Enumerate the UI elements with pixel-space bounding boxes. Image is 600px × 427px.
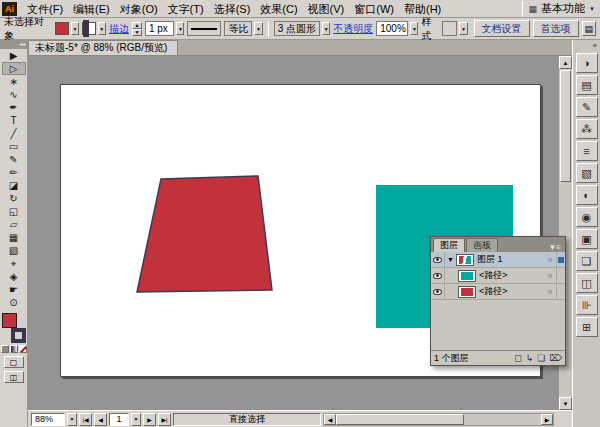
zoom-dropdown[interactable]: ▼ <box>67 413 77 426</box>
menu-object[interactable]: 对象(O) <box>115 1 163 17</box>
scroll-right-icon[interactable]: ▶ <box>541 414 553 425</box>
fill-color-dropdown[interactable]: ▼ <box>71 22 79 35</box>
align-panel-icon[interactable]: ⊪ <box>576 295 598 315</box>
stroke-color-swatch[interactable] <box>82 22 96 35</box>
menu-select[interactable]: 选择(S) <box>209 1 256 17</box>
layer-visibility-toggle[interactable] <box>431 268 445 283</box>
tab-layers[interactable]: 图层 <box>433 238 465 252</box>
stroke-panel-link[interactable]: 描边 <box>109 22 129 36</box>
pen-tool-icon[interactable]: ✒ <box>2 101 26 114</box>
zoom-tool-icon[interactable]: ⊙ <box>2 296 26 309</box>
preferences-button[interactable]: 首选项 <box>533 20 579 37</box>
stepper-down-icon[interactable]: ▼ <box>132 29 142 36</box>
control-panel-menu-icon[interactable]: ▤ <box>582 21 596 36</box>
layer-row[interactable]: <路径>○ <box>431 268 565 284</box>
brushes-panel-icon[interactable]: ✎ <box>576 97 598 117</box>
artboard-number-field[interactable]: 1 <box>109 413 129 426</box>
graphic-styles-panel-icon[interactable]: ▣ <box>576 229 598 249</box>
menu-edit[interactable]: 编辑(E) <box>68 1 115 17</box>
line-segment-tool-icon[interactable]: ╱ <box>2 127 26 140</box>
layer-selection-column[interactable] <box>556 252 565 267</box>
hand-tool-icon[interactable]: ☛ <box>2 283 26 296</box>
magic-wand-tool-icon[interactable]: ∗ <box>2 75 26 88</box>
menu-effect[interactable]: 效果(C) <box>255 1 302 17</box>
style-dropdown[interactable]: ▼ <box>459 22 467 35</box>
horizontal-scroll-thumb[interactable] <box>336 414 464 425</box>
layer-target-icon[interactable]: ○ <box>544 255 556 264</box>
first-artboard-button[interactable]: |◀ <box>79 413 92 426</box>
expand-triangle-icon[interactable]: ▼ <box>445 256 456 263</box>
scale-tool-icon[interactable]: ◱ <box>2 205 26 218</box>
direct-selection-tool-icon[interactable]: ▷ <box>2 62 26 75</box>
layer-target-icon[interactable]: ○ <box>544 271 556 280</box>
zoom-level-field[interactable]: 88% <box>31 413 65 426</box>
vertical-scroll-thumb[interactable] <box>560 70 571 182</box>
drawing-mode-button[interactable]: ▢ <box>4 356 24 368</box>
blend-tool-icon[interactable]: ◈ <box>2 270 26 283</box>
artboards-panel-icon[interactable]: ◫ <box>576 273 598 293</box>
swatches-panel-icon[interactable]: ▤ <box>576 75 598 95</box>
opacity-field[interactable]: 100% <box>376 21 408 36</box>
menu-type[interactable]: 文字(T) <box>163 1 209 17</box>
prev-artboard-button[interactable]: ◀ <box>94 413 107 426</box>
rotate-tool-icon[interactable]: ↻ <box>2 192 26 205</box>
eyedropper-tool-icon[interactable]: ⌖ <box>2 257 26 270</box>
fill-color-swatch[interactable] <box>55 22 69 35</box>
horizontal-scrollbar[interactable]: ◀ ▶ <box>323 413 554 426</box>
layer-visibility-toggle[interactable] <box>431 284 445 299</box>
rectangle-tool-icon[interactable]: ▭ <box>2 140 26 153</box>
opacity-panel-link[interactable]: 不透明度 <box>333 22 373 36</box>
artboard-dropdown[interactable]: ▼ <box>131 413 141 426</box>
tools-panel-collapse-icon[interactable]: ◂◂ <box>0 40 27 49</box>
scroll-up-icon[interactable]: ▲ <box>559 56 572 69</box>
fill-color-chip[interactable] <box>2 313 17 328</box>
menu-window[interactable]: 窗口(W) <box>349 1 399 17</box>
color-mode-button[interactable] <box>1 345 9 353</box>
brush-definition-dropdown[interactable]: ▼ <box>322 22 330 35</box>
document-tab[interactable]: 未标题-5* @ 88% (RGB/预览) <box>28 40 178 55</box>
workspace-switcher[interactable]: ▦ 基本功能 ▼ <box>520 1 600 17</box>
stepper-up-icon[interactable]: ▲ <box>132 22 142 29</box>
document-setup-button[interactable]: 文档设置 <box>474 20 530 37</box>
layers-panel-icon[interactable]: ❏ <box>576 251 598 271</box>
stroke-weight-dropdown[interactable]: ▼ <box>176 22 184 35</box>
fill-stroke-indicator[interactable] <box>1 313 27 343</box>
red-trapezoid-shape[interactable] <box>137 176 272 292</box>
new-sublayer-button[interactable]: ↳ <box>526 353 534 363</box>
last-artboard-button[interactable]: ▶| <box>158 413 171 426</box>
pathfinder-panel-icon[interactable]: ⊞ <box>576 317 598 337</box>
selection-tool-icon[interactable]: ▶ <box>2 49 26 62</box>
type-tool-icon[interactable]: T <box>2 114 26 127</box>
menu-view[interactable]: 视图(V) <box>303 1 350 17</box>
layer-selection-column[interactable] <box>556 268 565 283</box>
next-artboard-button[interactable]: ▶ <box>143 413 156 426</box>
make-clipping-mask-button[interactable]: ◻ <box>514 353 521 363</box>
layer-visibility-toggle[interactable] <box>431 252 445 267</box>
layer-target-icon[interactable]: ○ <box>544 287 556 296</box>
lasso-tool-icon[interactable]: ∿ <box>2 88 26 101</box>
width-profile-field[interactable]: 等比 <box>224 21 252 36</box>
scroll-down-icon[interactable]: ▼ <box>559 397 572 410</box>
tab-artboards[interactable]: 画板 <box>466 238 498 252</box>
color-panel-icon[interactable]: ◑ <box>576 53 598 73</box>
layer-selection-column[interactable] <box>556 284 565 299</box>
brush-definition-field[interactable]: 3 点圆形 <box>274 21 320 36</box>
stroke-weight-stepper[interactable]: ▲ ▼ <box>132 22 142 36</box>
delete-layer-button[interactable]: ⌦ <box>549 353 562 363</box>
status-tool-label[interactable]: 直接选择 <box>173 413 321 426</box>
pencil-tool-icon[interactable]: ✏ <box>2 166 26 179</box>
opacity-dropdown[interactable]: ▼ <box>410 22 418 35</box>
stroke-panel-icon[interactable]: ≡ <box>576 141 598 161</box>
transparency-panel-icon[interactable]: ◐ <box>576 185 598 205</box>
width-profile-dropdown[interactable]: ▼ <box>254 22 262 35</box>
layer-row[interactable]: ▼图层 1○ <box>431 252 565 268</box>
new-layer-button[interactable]: ❏ <box>537 353 545 363</box>
gradient-tool-icon[interactable]: ▧ <box>2 244 26 257</box>
stroke-color-chip[interactable] <box>11 328 26 343</box>
none-mode-button[interactable] <box>19 345 27 353</box>
mesh-tool-icon[interactable]: ▦ <box>2 231 26 244</box>
panel-menu-icon[interactable]: ▼≡ <box>548 243 565 252</box>
width-profile-preview[interactable] <box>187 21 221 36</box>
style-field[interactable] <box>442 21 457 36</box>
symbols-panel-icon[interactable]: ⁂ <box>576 119 598 139</box>
